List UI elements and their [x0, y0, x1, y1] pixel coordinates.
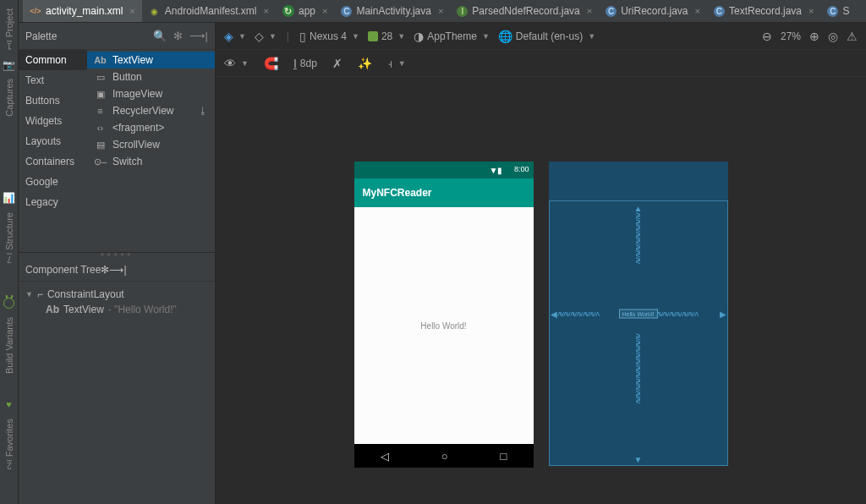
blueprint-textview[interactable]: Hello World!	[619, 310, 658, 319]
close-icon[interactable]: ×	[587, 6, 592, 16]
close-icon[interactable]: ×	[322, 6, 327, 16]
hello-text[interactable]: Hello World!	[420, 321, 466, 331]
cat-text[interactable]: Text	[19, 70, 87, 90]
gear-icon[interactable]: ✻	[101, 264, 109, 276]
item-scrollview[interactable]: ▤ScrollView	[87, 136, 215, 153]
clear-constraints-button[interactable]: ✗	[332, 57, 343, 70]
arrow-left-icon: ◀	[551, 310, 557, 319]
wifi-icon: ▼▮	[490, 166, 503, 175]
fragment-icon: ‹›	[94, 123, 107, 133]
item-button[interactable]: ▭Button	[87, 68, 215, 85]
tab-parsedndef[interactable]: ParsedNdefRecord.java×	[450, 0, 599, 22]
zoom-fit-button[interactable]: ◎	[828, 30, 838, 43]
margin-icon: I	[293, 57, 297, 70]
tab-urirecord[interactable]: UriRecord.java×	[599, 0, 707, 22]
spring-left: ʌvʌvʌvʌvʌvʌvʌ	[557, 310, 621, 318]
search-icon[interactable]: 🔍	[153, 30, 167, 42]
surface-select[interactable]: ◈▼	[224, 30, 246, 43]
manifest-icon	[149, 5, 161, 17]
collapse-icon[interactable]: ⟶|	[109, 264, 126, 276]
view-mode-button[interactable]: 👁▼	[224, 57, 249, 70]
recents-icon: □	[501, 450, 507, 463]
collapse-icon[interactable]: ⟶|	[189, 30, 208, 42]
blueprint-preview[interactable]: ▲ ʌvʌvʌvʌvʌvʌvʌvʌv ◀ ʌvʌvʌvʌvʌvʌvʌ Hello…	[549, 162, 728, 466]
image-icon: ▣	[94, 89, 107, 100]
java-class-icon	[341, 6, 352, 17]
item-fragment[interactable]: ‹›<fragment>	[87, 119, 215, 136]
zoom-out-button[interactable]: ⊖	[762, 30, 772, 43]
download-icon[interactable]: ⭳	[198, 105, 208, 117]
close-icon[interactable]: ×	[264, 6, 269, 16]
nav-bar: ◁ ○ □	[354, 444, 534, 468]
cat-google[interactable]: Google	[19, 172, 87, 192]
list-icon: ≡	[94, 106, 107, 116]
orientation-select[interactable]: ◇▼	[255, 30, 277, 43]
cat-buttons[interactable]: Buttons	[19, 90, 87, 111]
tree-root[interactable]: ▼⌐ConstraintLayout	[25, 287, 208, 302]
align-icon: ⫞	[387, 57, 393, 70]
tab-app[interactable]: app×	[276, 0, 334, 22]
item-recyclerview[interactable]: ≡RecyclerView⭳	[87, 102, 215, 119]
magnet-icon: 🧲	[264, 57, 278, 70]
cat-containers[interactable]: Containers	[19, 151, 87, 172]
spring-right: ʌvʌvʌvʌvʌvʌvʌ	[656, 310, 720, 318]
tab-textrecord[interactable]: TextRecord.java×	[707, 0, 820, 22]
item-switch[interactable]: ⊙–Switch	[87, 153, 215, 170]
editor-tabs: activity_main.xml× AndroidManifest.xml× …	[0, 0, 866, 23]
camera-icon: 📷	[3, 59, 14, 70]
align-button[interactable]: ⫞▼	[387, 57, 406, 70]
left-tool-gutter: 1Project 📷 Captures 📊 7Structure Build V…	[0, 0, 19, 504]
gutter-project[interactable]: 1Project	[4, 8, 14, 51]
gutter-favorites[interactable]: 2Favorites	[4, 419, 14, 470]
device-select[interactable]: ▯Nexus 4▼	[299, 30, 359, 43]
cat-common[interactable]: Common	[19, 50, 87, 70]
phone-icon: ▯	[299, 30, 306, 43]
eye-icon: 👁	[224, 57, 236, 70]
tree-child-textview[interactable]: AbTextView- "Hello World!"	[25, 302, 208, 317]
spring-bottom: ʌvʌvʌvʌvʌvʌvʌvʌvʌvʌvʌv	[634, 333, 643, 456]
java-interface-icon	[457, 6, 468, 17]
theme-select[interactable]: ◑AppTheme▼	[414, 30, 490, 43]
magnet-button[interactable]: 🧲	[264, 57, 278, 70]
xml-icon	[30, 5, 41, 17]
textview-icon: Ab	[94, 55, 107, 65]
tab-more[interactable]: S	[820, 0, 856, 22]
phone-body[interactable]: Hello World!	[354, 207, 534, 444]
gutter-structure[interactable]: 7Structure	[4, 212, 14, 264]
rotate-icon: ◇	[255, 30, 264, 43]
status-bar: ▼▮ 8:00	[354, 162, 534, 178]
warnings-button[interactable]: ⚠	[847, 30, 858, 43]
item-textview[interactable]: AbTextView	[87, 52, 215, 68]
scroll-icon: ▤	[94, 140, 107, 151]
theme-icon: ◑	[414, 30, 424, 43]
infer-constraints-button[interactable]: ✨	[358, 57, 372, 70]
cat-legacy[interactable]: Legacy	[19, 192, 87, 212]
api-select[interactable]: 28▼	[368, 30, 405, 42]
cat-widgets[interactable]: Widgets	[19, 111, 87, 131]
close-icon[interactable]: ×	[129, 6, 134, 16]
gutter-captures[interactable]: Captures	[4, 79, 14, 117]
gutter-variants[interactable]: Build Variants	[4, 317, 14, 374]
locale-select[interactable]: 🌐Default (en-us)▼	[498, 30, 595, 43]
item-imageview[interactable]: ▣ImageView	[87, 85, 215, 102]
design-preview[interactable]: ▼▮ 8:00 MyNFCReader Hello World! ◁ ○ □	[354, 162, 534, 468]
tab-mainactivity[interactable]: MainActivity.java×	[334, 0, 450, 22]
chevron-down-icon[interactable]: ▼	[25, 290, 33, 299]
close-icon[interactable]: ×	[695, 6, 700, 16]
design-surface[interactable]: ▼▮ 8:00 MyNFCReader Hello World! ◁ ○ □ ▲…	[216, 77, 866, 504]
margin-select[interactable]: I8dp	[293, 57, 317, 70]
palette-categories: Common Text Buttons Widgets Layouts Cont…	[19, 50, 87, 252]
tab-activity-main[interactable]: activity_main.xml×	[23, 0, 142, 22]
cat-layouts[interactable]: Layouts	[19, 131, 87, 151]
layout-icon: ⌐	[37, 288, 43, 300]
clear-icon: ✗	[332, 57, 343, 70]
left-panel: Palette 🔍 ✻ ⟶| Common Text Buttons Widge…	[19, 23, 216, 504]
close-icon[interactable]: ×	[808, 6, 814, 16]
designer-toolbar-1: ◈▼ ◇▼ | ▯Nexus 4▼ 28▼ ◑AppTheme▼ 🌐Defaul…	[216, 23, 866, 50]
tab-manifest[interactable]: AndroidManifest.xml×	[142, 0, 276, 22]
close-icon[interactable]: ×	[438, 6, 443, 16]
gear-icon[interactable]: ✻	[173, 30, 183, 42]
palette-items: AbTextView ▭Button ▣ImageView ≡RecyclerV…	[87, 50, 215, 252]
palette-title: Palette	[25, 30, 57, 42]
zoom-in-button[interactable]: ⊕	[809, 30, 819, 43]
